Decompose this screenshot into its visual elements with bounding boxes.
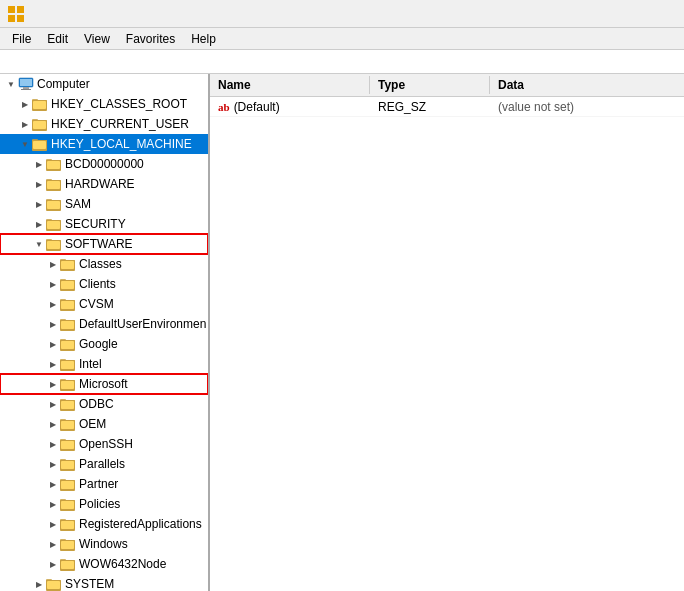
label-hkey_classes_root: HKEY_CLASSES_ROOT — [51, 97, 187, 111]
menu-item-file[interactable]: File — [4, 30, 39, 48]
label-odbc: ODBC — [79, 397, 114, 411]
cell-data: (value not set) — [490, 100, 684, 114]
expander-hkey_current_user[interactable] — [18, 117, 32, 131]
expander-intel[interactable] — [46, 357, 60, 371]
tree-item-defaultuserenvironment[interactable]: DefaultUserEnvironmen — [0, 314, 208, 334]
label-software: SOFTWARE — [65, 237, 133, 251]
tree-item-clients[interactable]: Clients — [0, 274, 208, 294]
svg-rect-5 — [20, 79, 32, 86]
folder-icon-google — [60, 337, 76, 351]
svg-rect-99 — [61, 541, 74, 549]
tree-item-classes[interactable]: Classes — [0, 254, 208, 274]
label-cvsm: CVSM — [79, 297, 114, 311]
tree-item-wow6432node[interactable]: WOW6432Node — [0, 554, 208, 574]
tree-item-parallels[interactable]: Parallels — [0, 454, 208, 474]
folder-icon-hkey_current_user — [32, 117, 48, 131]
expander-bcd00000000[interactable] — [32, 157, 46, 171]
menu-item-favorites[interactable]: Favorites — [118, 30, 183, 48]
title-bar — [0, 0, 684, 28]
expander-clients[interactable] — [46, 277, 60, 291]
expander-hkey_local_machine[interactable] — [18, 137, 32, 151]
svg-rect-95 — [61, 521, 74, 529]
folder-icon-odbc — [60, 397, 76, 411]
expander-wow6432node[interactable] — [46, 557, 60, 571]
tree-item-hkey_classes_root[interactable]: HKEY_CLASSES_ROOT — [0, 94, 208, 114]
tree-item-registeredapplications[interactable]: RegisteredApplications — [0, 514, 208, 534]
svg-rect-87 — [61, 481, 74, 489]
expander-google[interactable] — [46, 337, 60, 351]
svg-rect-59 — [61, 341, 74, 349]
expander-software[interactable] — [32, 237, 46, 251]
svg-rect-11 — [33, 101, 46, 109]
menu-item-edit[interactable]: Edit — [39, 30, 76, 48]
folder-icon-bcd00000000 — [46, 157, 62, 171]
tree-item-oem[interactable]: OEM — [0, 414, 208, 434]
label-intel: Intel — [79, 357, 102, 371]
expander-openssh[interactable] — [46, 437, 60, 451]
expander-computer[interactable] — [4, 77, 18, 91]
tree-item-intel[interactable]: Intel — [0, 354, 208, 374]
label-hkey_current_user: HKEY_CURRENT_USER — [51, 117, 189, 131]
svg-rect-35 — [47, 221, 60, 229]
svg-rect-7 — [21, 89, 31, 90]
expander-cvsm[interactable] — [46, 297, 60, 311]
label-policies: Policies — [79, 497, 120, 511]
app-icon — [8, 6, 24, 22]
svg-rect-51 — [61, 301, 74, 309]
label-oem: OEM — [79, 417, 106, 431]
tree-item-hkey_local_machine[interactable]: HKEY_LOCAL_MACHINE — [0, 134, 208, 154]
tree-item-hkey_current_user[interactable]: HKEY_CURRENT_USER — [0, 114, 208, 134]
svg-rect-43 — [61, 261, 74, 269]
expander-registeredapplications[interactable] — [46, 517, 60, 531]
details-row[interactable]: ab(Default)REG_SZ(value not set) — [210, 97, 684, 117]
tree-pane[interactable]: Computer HKEY_CLASSES_ROOT HKEY_CURRENT_… — [0, 74, 210, 591]
menu-item-view[interactable]: View — [76, 30, 118, 48]
expander-hkey_classes_root[interactable] — [18, 97, 32, 111]
menu-item-help[interactable]: Help — [183, 30, 224, 48]
folder-icon-registeredapplications — [60, 517, 76, 531]
folder-icon-policies — [60, 497, 76, 511]
tree-item-policies[interactable]: Policies — [0, 494, 208, 514]
tree-item-cvsm[interactable]: CVSM — [0, 294, 208, 314]
expander-classes[interactable] — [46, 257, 60, 271]
tree-item-hardware[interactable]: HARDWARE — [0, 174, 208, 194]
details-pane: Name Type Data ab(Default)REG_SZ(value n… — [210, 74, 684, 591]
folder-icon-wow6432node — [60, 557, 76, 571]
svg-rect-75 — [61, 421, 74, 429]
label-computer: Computer — [37, 77, 90, 91]
tree-item-partner[interactable]: Partner — [0, 474, 208, 494]
expander-windows[interactable] — [46, 537, 60, 551]
folder-icon-partner — [60, 477, 76, 491]
cell-type: REG_SZ — [370, 100, 490, 114]
expander-parallels[interactable] — [46, 457, 60, 471]
expander-sam[interactable] — [32, 197, 46, 211]
tree-item-security[interactable]: SECURITY — [0, 214, 208, 234]
expander-odbc[interactable] — [46, 397, 60, 411]
tree-item-windows[interactable]: Windows — [0, 534, 208, 554]
details-rows: ab(Default)REG_SZ(value not set) — [210, 97, 684, 117]
expander-partner[interactable] — [46, 477, 60, 491]
expander-policies[interactable] — [46, 497, 60, 511]
svg-rect-31 — [47, 201, 60, 209]
tree-item-sam[interactable]: SAM — [0, 194, 208, 214]
expander-system[interactable] — [32, 577, 46, 591]
expander-security[interactable] — [32, 217, 46, 231]
label-bcd00000000: BCD00000000 — [65, 157, 144, 171]
tree-item-microsoft[interactable]: Microsoft — [0, 374, 208, 394]
expander-oem[interactable] — [46, 417, 60, 431]
expander-microsoft[interactable] — [46, 377, 60, 391]
computer-icon — [18, 77, 34, 91]
label-sam: SAM — [65, 197, 91, 211]
tree-item-odbc[interactable]: ODBC — [0, 394, 208, 414]
tree-item-system[interactable]: SYSTEM — [0, 574, 208, 591]
tree-item-google[interactable]: Google — [0, 334, 208, 354]
label-openssh: OpenSSH — [79, 437, 133, 451]
expander-defaultuserenvironment[interactable] — [46, 317, 60, 331]
tree-item-computer[interactable]: Computer — [0, 74, 208, 94]
tree-item-openssh[interactable]: OpenSSH — [0, 434, 208, 454]
tree-item-software[interactable]: SOFTWARE — [0, 234, 208, 254]
svg-rect-2 — [8, 15, 15, 22]
svg-rect-3 — [17, 15, 24, 22]
expander-hardware[interactable] — [32, 177, 46, 191]
tree-item-bcd00000000[interactable]: BCD00000000 — [0, 154, 208, 174]
